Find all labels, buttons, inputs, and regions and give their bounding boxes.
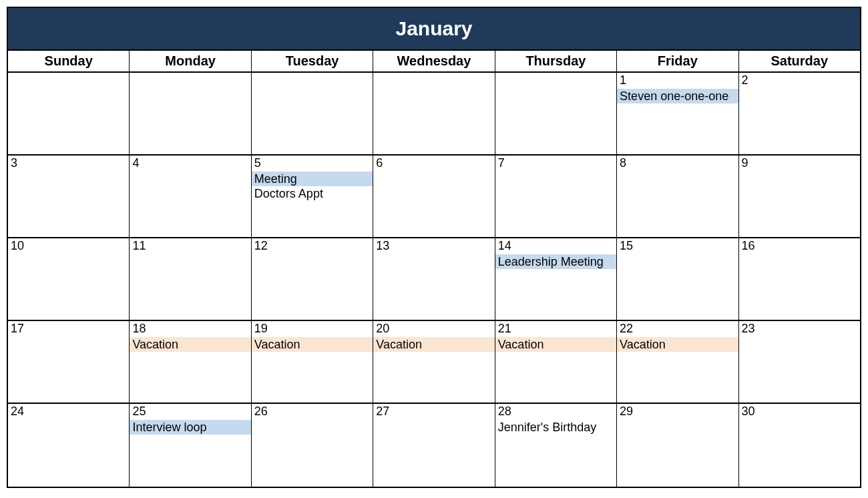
day-number	[373, 73, 494, 75]
weekday-header: Saturday	[739, 51, 860, 71]
day-number: 21	[495, 321, 616, 337]
weekday-header-row: Sunday Monday Tuesday Wednesday Thursday…	[8, 49, 860, 73]
weekday-header: Thursday	[495, 51, 617, 71]
event[interactable]: Vacation	[130, 337, 250, 352]
day-cell[interactable]: 19Vacation	[252, 321, 373, 403]
day-number	[130, 73, 250, 75]
day-cell[interactable]: 30	[739, 404, 860, 487]
day-cell[interactable]: 3	[8, 156, 130, 237]
day-number: 2	[739, 73, 860, 89]
day-cell[interactable]: 28Jennifer's Birthday	[495, 404, 617, 487]
day-number	[495, 73, 616, 75]
day-cell[interactable]: 27	[373, 404, 495, 487]
day-number: 29	[617, 404, 738, 420]
day-number: 27	[373, 404, 494, 420]
event[interactable]: Meeting	[252, 172, 373, 187]
day-number	[252, 73, 373, 75]
day-cell[interactable]: 2	[739, 73, 860, 154]
day-cell[interactable]: 4	[130, 156, 251, 237]
day-number: 18	[130, 321, 250, 337]
week-row: 1718Vacation19Vacation20Vacation21Vacati…	[8, 321, 860, 404]
day-number: 14	[495, 238, 616, 254]
day-number: 1	[617, 73, 738, 89]
day-number: 13	[373, 238, 494, 254]
day-cell[interactable]: 7	[495, 156, 617, 237]
day-number: 16	[739, 238, 860, 254]
day-cell[interactable]: 24	[8, 404, 130, 487]
day-cell[interactable]: 9	[739, 156, 860, 237]
day-cell[interactable]: 12	[252, 238, 373, 320]
day-number	[8, 73, 129, 75]
day-number: 30	[739, 404, 860, 420]
event[interactable]: Vacation	[617, 337, 738, 352]
day-cell[interactable]: 21Vacation	[495, 321, 617, 403]
day-cell[interactable]	[495, 73, 617, 154]
day-cell[interactable]: 25Interview loop	[130, 404, 251, 487]
day-cell[interactable]: 10	[8, 238, 130, 320]
day-number: 12	[252, 238, 373, 254]
event[interactable]: Interview loop	[130, 420, 250, 435]
day-cell[interactable]	[252, 73, 373, 154]
day-number: 8	[617, 156, 738, 172]
day-number: 23	[739, 321, 860, 337]
weekday-header: Sunday	[8, 51, 130, 71]
event[interactable]: Vacation	[495, 337, 616, 352]
event[interactable]: Vacation	[252, 337, 373, 352]
day-cell[interactable]: 23	[739, 321, 860, 403]
weekday-header: Tuesday	[252, 51, 373, 71]
day-cell[interactable]: 20Vacation	[373, 321, 495, 403]
week-row: 1011121314Leadership Meeting1516	[8, 238, 860, 321]
day-number: 9	[739, 156, 860, 172]
day-number: 17	[8, 321, 129, 337]
day-number: 24	[8, 404, 129, 420]
day-number: 5	[252, 156, 373, 172]
day-cell[interactable]	[373, 73, 495, 154]
day-number: 22	[617, 321, 738, 337]
day-cell[interactable]: 8	[617, 156, 738, 237]
day-number: 20	[373, 321, 494, 337]
day-cell[interactable]: 15	[617, 238, 738, 320]
calendar: January Sunday Monday Tuesday Wednesday …	[7, 7, 861, 488]
day-cell[interactable]: 13	[373, 238, 495, 320]
day-cell[interactable]: 29	[617, 404, 738, 487]
weekday-header: Wednesday	[373, 51, 495, 71]
day-cell[interactable]	[8, 73, 130, 154]
day-number: 11	[130, 238, 250, 254]
day-cell[interactable]: 16	[739, 238, 860, 320]
weekday-header: Monday	[130, 51, 251, 71]
event[interactable]: Jennifer's Birthday	[495, 420, 616, 435]
day-number: 26	[252, 404, 373, 420]
day-number: 4	[130, 156, 250, 172]
week-row: 1Steven one-one-one2	[8, 73, 860, 156]
day-number: 15	[617, 238, 738, 254]
event[interactable]: Vacation	[373, 337, 494, 352]
day-cell[interactable]: 1Steven one-one-one	[617, 73, 738, 154]
day-number: 10	[8, 238, 129, 254]
month-title: January	[8, 8, 860, 49]
week-row: 2425Interview loop262728Jennifer's Birth…	[8, 404, 860, 487]
day-cell[interactable]: 22Vacation	[617, 321, 738, 403]
day-cell[interactable]: 14Leadership Meeting	[495, 238, 617, 320]
day-cell[interactable]: 11	[130, 238, 251, 320]
day-number: 6	[373, 156, 494, 172]
day-number: 28	[495, 404, 616, 420]
day-number: 25	[130, 404, 250, 420]
day-cell[interactable]: 18Vacation	[130, 321, 251, 403]
day-cell[interactable]: 5MeetingDoctors Appt	[252, 156, 373, 237]
day-number: 19	[252, 321, 373, 337]
day-cell[interactable]: 17	[8, 321, 130, 403]
day-number: 3	[8, 156, 129, 172]
weekday-header: Friday	[617, 51, 738, 71]
event[interactable]: Steven one-one-one	[617, 89, 738, 104]
event[interactable]: Leadership Meeting	[495, 254, 616, 270]
day-number: 7	[495, 156, 616, 172]
week-row: 345MeetingDoctors Appt6789	[8, 156, 860, 238]
event[interactable]: Doctors Appt	[252, 186, 373, 202]
day-cell[interactable]: 26	[252, 404, 373, 487]
day-cell[interactable]: 6	[373, 156, 495, 237]
day-cell[interactable]	[130, 73, 251, 154]
